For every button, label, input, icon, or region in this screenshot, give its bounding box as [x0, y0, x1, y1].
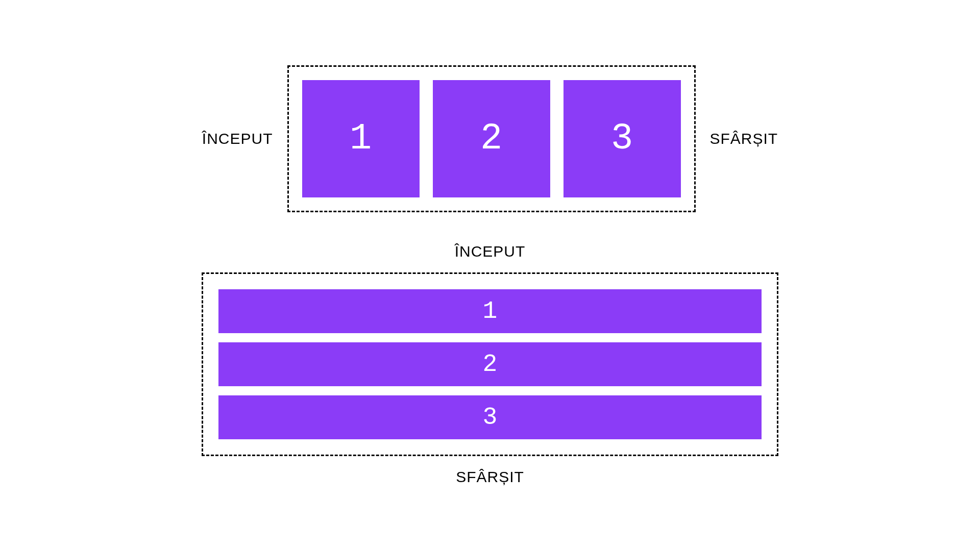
col-item-1: 1	[218, 289, 762, 333]
row-item-1: 1	[302, 80, 420, 197]
col-diagram: ÎNCEPUT 1 2 3 SFÂRȘIT	[202, 243, 778, 486]
row-item-3: 3	[564, 80, 681, 197]
col-start-label: ÎNCEPUT	[455, 243, 526, 260]
row-start-label: ÎNCEPUT	[202, 130, 273, 147]
row-item-2: 2	[433, 80, 550, 197]
col-end-label: SFÂRȘIT	[456, 468, 524, 486]
col-item-2: 2	[218, 342, 762, 386]
row-container: 1 2 3	[287, 65, 696, 212]
row-end-label: SFÂRȘIT	[710, 130, 778, 147]
col-item-3: 3	[218, 395, 762, 439]
col-container: 1 2 3	[202, 272, 778, 456]
row-diagram: ÎNCEPUT 1 2 3 SFÂRȘIT	[202, 65, 778, 212]
